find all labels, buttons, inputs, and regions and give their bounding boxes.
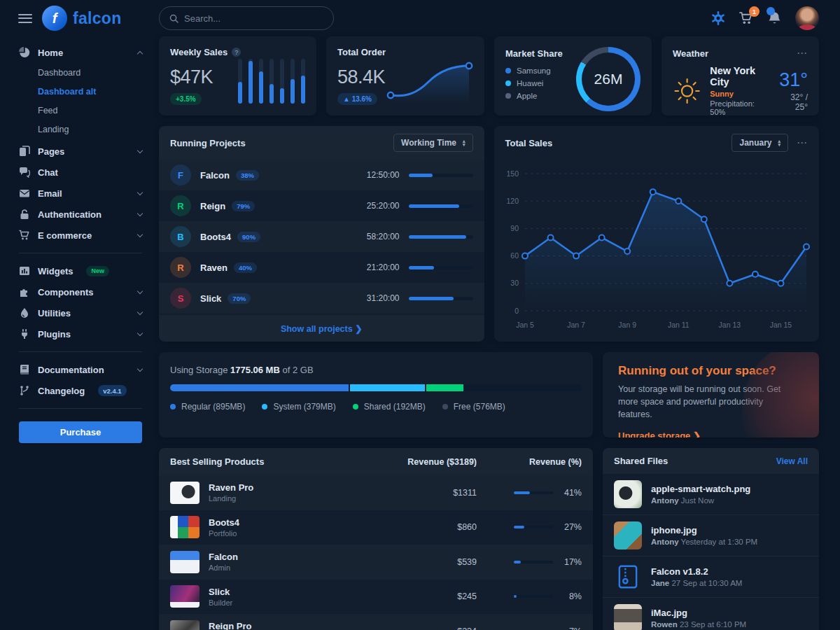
sidebar-item-label: Widgets <box>38 266 73 276</box>
file-archive-icon <box>614 563 642 591</box>
svg-text:Jan 5: Jan 5 <box>516 321 534 329</box>
menu-toggle-button[interactable] <box>18 14 32 23</box>
select-caret-icon: ▴▾ <box>778 139 780 147</box>
main-content: Weekly Sales ? $47K +3.5% <box>159 36 840 630</box>
legend-dot <box>262 404 267 410</box>
month-select[interactable]: January ▴▾ <box>732 134 788 152</box>
user-avatar[interactable] <box>795 6 819 30</box>
svg-text:120: 120 <box>506 197 519 205</box>
project-percent-badge: 79% <box>232 201 255 211</box>
product-name[interactable]: Boots4 <box>209 517 239 528</box>
sidebar-item-dashboard[interactable]: Dashboard <box>38 63 142 82</box>
total-order-badge: ▲ 13.6% <box>337 93 377 105</box>
total-order-value: 58.4K <box>337 66 385 88</box>
settings-gear-button[interactable] <box>711 11 725 25</box>
project-percent-badge: 70% <box>227 293 251 304</box>
product-name[interactable]: Raven Pro <box>209 482 253 493</box>
view-all-link[interactable]: View All <box>776 456 808 466</box>
sidebar-item-ecommerce[interactable]: E commerce <box>19 225 142 246</box>
sidebar-item-documentation[interactable]: Documentation <box>19 359 142 380</box>
legend-item: Shared (192MB) <box>353 402 426 412</box>
product-name[interactable]: Falcon <box>209 552 238 562</box>
product-row: Raven Pro Landing $1311 41% <box>159 475 593 510</box>
purchase-button[interactable]: Purchase <box>19 421 142 443</box>
file-row: iMac.jpg Rowen 23 Sep at 6:10 PM <box>603 597 819 630</box>
project-time: 12:50:00 <box>367 170 400 180</box>
space-card-body: Your storage will be running out soon. G… <box>618 383 797 421</box>
space-card-title: Running out of your space? <box>618 364 804 378</box>
sidebar-item-email[interactable]: Email <box>19 183 142 204</box>
gear-icon <box>711 11 725 25</box>
more-options-icon[interactable]: ⋯ <box>797 47 808 59</box>
file-name[interactable]: apple-smart-watch.png <box>651 484 750 494</box>
search-input[interactable] <box>184 13 323 24</box>
weather-card: Weather ⋯ New York City Sunny Prec <box>662 36 819 115</box>
card-title: Market Share <box>505 48 563 59</box>
product-percent: 17% <box>561 557 582 567</box>
total-order-sparkline <box>385 59 473 105</box>
search-box[interactable] <box>159 6 334 30</box>
project-avatar: B <box>170 226 191 247</box>
notifications-button[interactable] <box>768 11 781 25</box>
card-title: Total Sales <box>505 138 553 148</box>
file-thumbnail <box>614 522 642 550</box>
legend-item: Samsung <box>505 66 563 75</box>
upgrade-storage-link[interactable]: Upgrade storage ❯ <box>618 430 701 438</box>
project-row: B Boots4 90% 58:20:00 <box>159 221 484 252</box>
chevron-down-icon <box>137 365 143 371</box>
product-name[interactable]: Reign Pro <box>209 621 251 630</box>
more-options-icon[interactable]: ⋯ <box>797 136 808 149</box>
sidebar-item-pages[interactable]: Pages <box>19 141 142 162</box>
sidebar-item-label: Chat <box>38 167 58 178</box>
sidebar-item-feed[interactable]: Feed <box>38 101 142 120</box>
sidebar-item-changelog[interactable]: Changelog v2.4.1 <box>19 380 142 401</box>
project-percent-badge: 40% <box>234 262 257 273</box>
sidebar-item-home[interactable]: Home <box>19 42 142 63</box>
notification-dot <box>766 7 775 15</box>
sidebar-item-utilities[interactable]: Utilities <box>19 302 142 323</box>
sidebar-item-label: E commerce <box>38 230 92 241</box>
file-name[interactable]: iMac.jpg <box>651 608 746 618</box>
project-progress-bar <box>409 266 473 270</box>
widgets-icon <box>19 265 30 276</box>
sidebar-item-landing[interactable]: Landing <box>38 120 142 139</box>
product-category: Landing <box>209 494 253 503</box>
sidebar-item-dashboard-alt[interactable]: Dashboard alt <box>38 82 142 101</box>
brand-logo[interactable]: f falcon <box>42 6 122 31</box>
file-thumbnail <box>614 480 642 508</box>
product-progress-bar <box>514 526 553 528</box>
topbar: f falcon 1 <box>0 0 840 36</box>
cart-button[interactable]: 1 <box>739 11 754 25</box>
help-icon[interactable]: ? <box>232 48 241 57</box>
upgrade-space-card: Running out of your space? Your storage … <box>603 352 819 438</box>
svg-text:Jan 9: Jan 9 <box>618 321 636 329</box>
running-projects-card: Running Projects Working Time ▴▾ F Falco… <box>159 126 484 342</box>
sidebar-item-components[interactable]: Components <box>19 281 142 302</box>
card-title: Running Projects <box>170 138 246 148</box>
svg-text:60: 60 <box>510 251 519 260</box>
product-name[interactable]: Slick <box>209 587 232 597</box>
show-all-projects-link[interactable]: Show all projects ❯ <box>281 324 363 334</box>
legend-dot <box>505 68 511 74</box>
project-time: 21:20:00 <box>367 262 400 272</box>
card-title: Shared Files <box>614 456 668 466</box>
donut-center-value: 26M <box>594 71 623 88</box>
working-time-select[interactable]: Working Time ▴▾ <box>393 134 472 152</box>
sidebar-item-authentication[interactable]: Authentication <box>19 204 142 225</box>
product-revenue: $1311 <box>400 488 477 498</box>
project-percent-badge: 90% <box>237 232 260 242</box>
search-icon <box>169 14 178 23</box>
total-sales-card: Total Sales January ▴▾ ⋯ 0306090120150Ja… <box>494 126 820 342</box>
product-category: Portfolio <box>209 529 239 538</box>
market-share-card: Market Share Samsung Huawei Apple 26M <box>494 36 652 115</box>
file-name[interactable]: Falcon v1.8.2 <box>651 566 742 577</box>
chevron-down-icon <box>137 309 143 314</box>
product-thumbnail <box>170 585 200 608</box>
sidebar-item-widgets[interactable]: Widgets New <box>19 260 142 281</box>
sidebar-item-chat[interactable]: Chat <box>19 162 142 183</box>
card-title: Weekly Sales <box>170 47 227 57</box>
file-name[interactable]: iphone.jpg <box>651 525 757 536</box>
file-row: apple-smart-watch.png Antony Just Now <box>603 474 819 514</box>
product-revenue: $539 <box>400 557 477 567</box>
sidebar-item-plugins[interactable]: Plugins <box>19 323 142 344</box>
